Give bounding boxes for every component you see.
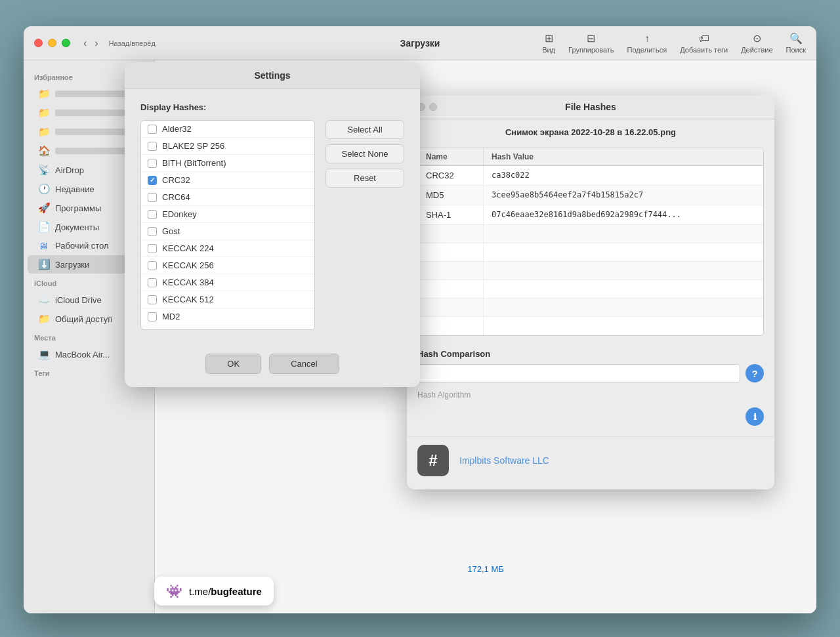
- hash-item-label: KECCAK 256: [162, 260, 214, 270]
- recent-icon: 🕐: [38, 183, 50, 195]
- hash-table-row: MD53cee95ae8b5464eef2a7f4b15815a2c7: [418, 186, 763, 205]
- hash-checkbox[interactable]: [148, 193, 157, 202]
- hash-list: Alder32BLAKE2 SP 256BITH (BitTorrent)CRC…: [140, 120, 315, 330]
- select-all-button[interactable]: Select All: [326, 120, 404, 139]
- apps-icon: 🚀: [38, 202, 50, 214]
- hash-item-label: EDonkey: [162, 209, 197, 219]
- back-button[interactable]: ‹: [81, 36, 89, 51]
- app-logo: #: [417, 445, 449, 476]
- hash-checkbox[interactable]: [148, 142, 157, 151]
- hash-item-label: BLAKE2 SP 256: [162, 141, 224, 151]
- folder-icon-1: 📁: [38, 88, 50, 100]
- shared-icon: 📁: [38, 313, 50, 325]
- company-link[interactable]: Implbits Software LLC: [459, 455, 549, 466]
- hash-checkbox[interactable]: [148, 261, 157, 270]
- hash-item-label: CRC64: [162, 192, 190, 202]
- hash-checkbox[interactable]: [148, 312, 157, 321]
- toolbar-view[interactable]: ⊞ Вид: [542, 32, 555, 54]
- hash-checkbox[interactable]: [148, 159, 157, 168]
- hash-row-value: 3cee95ae8b5464eef2a7f4b15815a2c7: [484, 186, 763, 205]
- docs-icon: 📄: [38, 221, 50, 233]
- apps-label: Программы: [55, 203, 101, 213]
- panel-min-button[interactable]: [429, 103, 437, 111]
- hash-checkbox[interactable]: [148, 227, 157, 236]
- hash-empty-name: [418, 243, 484, 261]
- hash-checkbox[interactable]: [148, 244, 157, 253]
- bug-icon: 👾: [166, 583, 182, 599]
- hash-table-empty-row: [418, 262, 763, 280]
- hash-list-item[interactable]: KECCAK 384: [141, 274, 314, 291]
- hash-list-item[interactable]: MD2: [141, 308, 314, 325]
- hash-list-item[interactable]: KECCAK 512: [141, 291, 314, 308]
- hash-list-item[interactable]: KECCAK 256: [141, 257, 314, 274]
- panel-traffic-lights: [417, 103, 437, 111]
- hash-checkbox[interactable]: [148, 295, 157, 304]
- hash-list-item[interactable]: EDonkey: [141, 206, 314, 223]
- comparison-input[interactable]: [417, 364, 740, 382]
- hash-empty-name: [418, 280, 484, 298]
- hash-list-item[interactable]: MD4: [141, 325, 314, 330]
- hash-table-empty-row: [418, 280, 763, 298]
- hash-empty-name: [418, 317, 484, 335]
- hash-comparison-section: Hash Comparison ?: [407, 341, 774, 388]
- window-title: Загрузки: [400, 38, 440, 49]
- hash-table-empty-row: [418, 225, 763, 243]
- hash-list-item[interactable]: CRC32: [141, 172, 314, 189]
- hash-item-label: Gost: [162, 226, 180, 236]
- info-button[interactable]: ℹ: [746, 407, 764, 426]
- hash-empty-value: [484, 298, 763, 316]
- hash-empty-value: [484, 280, 763, 298]
- panel-footer: # Implbits Software LLC: [407, 436, 774, 479]
- hash-row-name: SHA-1: [418, 205, 484, 224]
- select-none-button[interactable]: Select None: [326, 144, 404, 163]
- hash-buttons: Select All Select None Reset: [326, 120, 404, 330]
- toolbar-tags[interactable]: 🏷 Добавить теги: [680, 33, 728, 54]
- hash-checkbox[interactable]: [148, 210, 157, 219]
- hash-empty-value: [484, 317, 763, 335]
- folder-icon-3: 📁: [38, 126, 50, 138]
- hash-empty-name: [418, 225, 484, 243]
- title-bar: ‹ › Назад/вперёд Загрузки ⊞ Вид ⊟ Группи…: [24, 26, 816, 60]
- toolbar-search[interactable]: 🔍 Поиск: [786, 32, 806, 54]
- hash-table: Name Hash Value CRC32ca38c022MD53cee95ae…: [417, 148, 764, 336]
- telegram-prefix: t.me/: [189, 586, 211, 597]
- hash-list-item[interactable]: BLAKE2 SP 256: [141, 138, 314, 155]
- toolbar-action[interactable]: ⊙ Действие: [741, 32, 772, 54]
- maximize-button[interactable]: [62, 39, 70, 47]
- hash-list-item[interactable]: Gost: [141, 223, 314, 240]
- hash-list-item[interactable]: Alder32: [141, 121, 314, 138]
- hash-item-label: BITH (BitTorrent): [162, 158, 226, 168]
- hash-checkbox[interactable]: [148, 125, 157, 134]
- hash-empty-value: [484, 225, 763, 243]
- hash-table-row: CRC32ca38c022: [418, 166, 763, 186]
- display-hashes-label: Display Hashes:: [140, 102, 404, 112]
- hash-row-value: ca38c022: [484, 166, 763, 185]
- cancel-button[interactable]: Cancel: [269, 354, 339, 374]
- hash-list-item[interactable]: CRC64: [141, 189, 314, 206]
- hash-checkbox[interactable]: [148, 278, 157, 287]
- toolbar-group[interactable]: ⊟ Группировать: [568, 32, 614, 54]
- panel-title: File Hashes: [565, 102, 616, 112]
- hash-list-item[interactable]: BITH (BitTorrent): [141, 155, 314, 172]
- close-button[interactable]: [34, 39, 43, 47]
- hash-checkbox[interactable]: [148, 176, 157, 185]
- desktop-label: Рабочий стол: [55, 241, 109, 251]
- hash-table-header: Name Hash Value: [418, 148, 763, 166]
- hash-empty-value: [484, 262, 763, 279]
- reset-button[interactable]: Reset: [326, 169, 404, 188]
- hash-checkbox[interactable]: [148, 329, 157, 331]
- hash-row-name: CRC32: [418, 166, 484, 185]
- downloads-icon: ⬇️: [38, 258, 50, 270]
- help-button[interactable]: ?: [746, 364, 764, 382]
- hash-row-value: 07c46eaae32e8161d9a8bed692a2989cf7444...: [484, 205, 763, 224]
- hash-list-item[interactable]: KECCAK 224: [141, 240, 314, 257]
- desktop-icon: 🖥: [38, 240, 50, 251]
- minimize-button[interactable]: [48, 39, 56, 47]
- forward-button[interactable]: ›: [92, 36, 100, 51]
- settings-title: Settings: [125, 62, 420, 89]
- hash-table-empty-row: [418, 298, 763, 317]
- ok-button[interactable]: OK: [205, 354, 261, 374]
- nav-buttons: ‹ ›: [81, 36, 101, 51]
- hash-row-name: MD5: [418, 186, 484, 205]
- toolbar-share[interactable]: ↑ Поделиться: [627, 33, 667, 54]
